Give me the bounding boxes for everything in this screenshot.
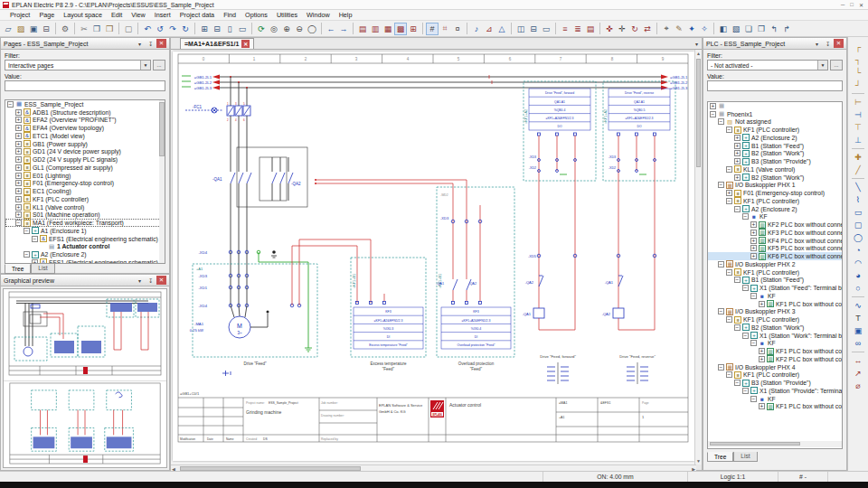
redo-list-icon[interactable]: ↻ bbox=[179, 23, 192, 35]
maximize-button[interactable]: □ bbox=[850, 2, 854, 8]
tree-item[interactable]: +&EFA2 (Overview "PROFINET") bbox=[5, 117, 165, 125]
collapse-icon[interactable]: − bbox=[742, 213, 749, 220]
collapse-icon[interactable]: − bbox=[742, 388, 749, 394]
expand-icon[interactable]: + bbox=[15, 133, 22, 139]
tab-tree[interactable]: Tree bbox=[707, 452, 733, 462]
chevron-down-icon[interactable]: ▼ bbox=[140, 61, 150, 70]
tree-item[interactable]: +▥KF5 PLC box without connection bbox=[708, 245, 842, 253]
filter-browse-button[interactable]: ... bbox=[153, 60, 165, 70]
tree-item[interactable]: +≡F01 (Emergency-stop control) bbox=[708, 189, 842, 197]
tree-item[interactable]: −+A2 (Enclosure 2) bbox=[5, 250, 165, 258]
tree-item[interactable]: −+B2 (Station "Work") bbox=[708, 324, 842, 332]
tree-item[interactable]: +▥KF1 PLC box without connec bbox=[708, 300, 842, 308]
expand-icon[interactable]: + bbox=[710, 103, 716, 109]
expand-icon[interactable]: + bbox=[726, 190, 732, 196]
tree-item[interactable]: +&ETC1 (Model view) bbox=[5, 132, 165, 140]
close-button[interactable]: ✕ bbox=[859, 2, 863, 8]
tree-item[interactable]: −≡KF1 (PLC controller) bbox=[708, 197, 842, 205]
preview-page-1[interactable] bbox=[4, 290, 166, 379]
image-icon[interactable]: ▣ bbox=[852, 324, 865, 337]
wire-tee-right-icon[interactable]: ⊣ bbox=[852, 108, 865, 121]
tree-item[interactable]: −▨Not assigned bbox=[708, 118, 842, 127]
grid-size-e-icon[interactable]: ⊞ bbox=[407, 23, 420, 35]
canvas-vertical-scrollbar[interactable]: ▲ ▼ bbox=[694, 50, 702, 465]
tree-item[interactable]: +▥KF4 PLC box without connection bbox=[708, 237, 842, 245]
collapse-icon[interactable]: − bbox=[726, 269, 732, 276]
pages-filter-select[interactable]: Interactive pages ▼ bbox=[5, 60, 151, 70]
tab-tree[interactable]: Tree bbox=[5, 264, 31, 274]
plc-value-input[interactable] bbox=[707, 80, 843, 91]
expand-icon[interactable]: + bbox=[15, 180, 22, 186]
design-mode-icon[interactable]: ¤ bbox=[451, 23, 464, 35]
arc-sector-icon[interactable]: ◕ bbox=[852, 269, 865, 282]
menu-utilities[interactable]: Utilities bbox=[272, 11, 302, 19]
wire-corner-bottom-left-icon[interactable]: └ bbox=[852, 66, 865, 79]
tree-item[interactable]: +≡GD1 (24 V device power supply) bbox=[5, 148, 165, 156]
rectangle-rounded-icon[interactable]: ▢ bbox=[852, 219, 865, 231]
mirror-icon[interactable]: ⇄ bbox=[641, 23, 654, 35]
tab-list[interactable]: List bbox=[733, 452, 757, 462]
paste-icon[interactable]: ❒ bbox=[103, 23, 116, 35]
scroll-down-icon[interactable]: ▼ bbox=[695, 457, 702, 465]
spline-icon[interactable]: ∿ bbox=[852, 299, 865, 312]
expand-icon[interactable]: + bbox=[15, 117, 22, 123]
tree-item[interactable]: +≡F01 (Emergency-stop control) bbox=[5, 180, 165, 188]
tree-item[interactable]: −▦I/O Buskoppler PHX 1 bbox=[708, 182, 842, 190]
tree-item[interactable]: −≡KF1 (PLC controller) bbox=[708, 268, 842, 277]
tree-item[interactable]: ++B3 (Station "Provide") bbox=[708, 157, 842, 165]
panel-menu-icon[interactable]: ▾ bbox=[812, 39, 822, 48]
pages-value-input[interactable] bbox=[5, 80, 165, 91]
expand-icon[interactable]: + bbox=[734, 158, 741, 164]
wire-cross-icon[interactable]: ✚ bbox=[852, 151, 865, 164]
arc-icon[interactable]: ◠ bbox=[852, 257, 865, 269]
cut-icon[interactable]: ✂ bbox=[78, 23, 90, 35]
tree-item[interactable]: ++A2 (Enclosure 2) bbox=[708, 134, 842, 142]
tree-item[interactable]: +≡S01 (Machine operation) bbox=[5, 211, 165, 220]
pages-tree[interactable]: −▦ESS_Sample_Project+&ADB1 (Structure de… bbox=[5, 99, 165, 264]
expand-icon[interactable]: + bbox=[734, 174, 741, 181]
undo-list-icon[interactable]: ↺ bbox=[154, 23, 166, 35]
tree-item[interactable]: ++B2 (Station "Work") bbox=[708, 174, 842, 182]
zoom-out-icon[interactable]: ⊖ bbox=[293, 23, 306, 35]
tree-item[interactable]: ▤1 Actuator control bbox=[5, 243, 165, 251]
pin-icon[interactable]: ↧ bbox=[146, 39, 156, 48]
project-management-icon[interactable]: ▣ bbox=[27, 23, 40, 35]
tree-item[interactable]: −+B3 (Station "Provide") bbox=[708, 379, 842, 387]
collapse-icon[interactable]: − bbox=[750, 293, 757, 299]
expand-icon[interactable]: + bbox=[15, 109, 22, 116]
move-icon[interactable]: ✜ bbox=[603, 23, 616, 35]
insert-symbol-icon[interactable]: ⊞ bbox=[198, 23, 211, 35]
menu-find[interactable]: Find bbox=[219, 11, 241, 19]
tree-item[interactable]: +▥KF1 PLC box without connec bbox=[708, 347, 842, 355]
collapse-icon[interactable]: − bbox=[734, 277, 741, 283]
collapse-icon[interactable]: − bbox=[726, 166, 732, 173]
expand-icon[interactable]: + bbox=[15, 125, 22, 131]
tree-item[interactable]: −&EFS1 (Electrical engineering schematic… bbox=[5, 235, 165, 243]
menu-window[interactable]: Window bbox=[302, 11, 335, 19]
selection-frame-icon[interactable]: ▢ bbox=[122, 23, 135, 35]
expand-icon[interactable]: + bbox=[15, 204, 22, 211]
expand-icon[interactable]: + bbox=[15, 173, 22, 179]
tree-item[interactable]: ++B1 (Station "Feed") bbox=[708, 142, 842, 150]
new-page-icon[interactable]: ▧ bbox=[730, 23, 742, 35]
page-properties-alt-icon[interactable]: ❐ bbox=[755, 23, 768, 35]
tree-item[interactable]: +≡KF1 (PLC controller) bbox=[5, 195, 165, 203]
layer-b-icon[interactable]: ≣ bbox=[571, 23, 584, 35]
navigate-previous-icon[interactable]: ↰ bbox=[768, 23, 780, 35]
wire-tee-up-icon[interactable]: ⊤ bbox=[852, 121, 865, 134]
expand-icon[interactable]: + bbox=[15, 148, 22, 155]
user-tool-b-icon[interactable]: ✧ bbox=[698, 23, 711, 35]
tree-item[interactable]: −▦I/O Buskoppler PHX 3 bbox=[708, 308, 842, 316]
terminal-strip-icon[interactable]: ⊟ bbox=[527, 23, 540, 35]
tree-item[interactable]: +≡GL1 (Compressed air supply) bbox=[5, 164, 165, 172]
menu-project-data[interactable]: Project data bbox=[175, 11, 219, 19]
tree-item[interactable]: −+A1 (Enclosure 1) bbox=[5, 227, 165, 235]
collapse-icon[interactable]: − bbox=[718, 182, 724, 188]
scroll-up-icon[interactable]: ▲ bbox=[695, 50, 702, 57]
grid-size-b-icon[interactable]: ▥ bbox=[369, 23, 382, 35]
tree-item[interactable]: +≡GB1 (Power supply) bbox=[5, 140, 165, 148]
tree-item[interactable]: −≡KF1 (PLC controller) bbox=[708, 371, 842, 380]
collapse-icon[interactable]: − bbox=[718, 308, 724, 314]
collapse-icon[interactable]: − bbox=[734, 380, 741, 386]
tree-item[interactable]: +≡EC1 (Cooling) bbox=[5, 187, 165, 195]
